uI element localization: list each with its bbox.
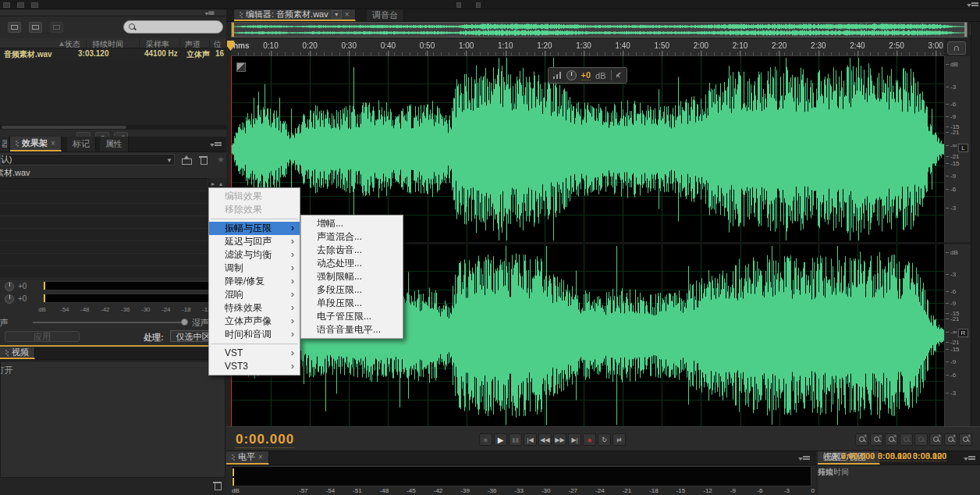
submenu-item[interactable]: 增幅...	[301, 217, 403, 230]
start-value[interactable]: 0:00.000	[841, 451, 875, 461]
preset-dropdown[interactable]: (默认) ▼	[0, 154, 175, 166]
submenu-item[interactable]: 声道混合...	[301, 230, 403, 244]
submenu-item[interactable]: 动态处理...	[301, 257, 403, 270]
mix-slider-track[interactable]	[33, 322, 186, 323]
reverb[interactable]: 混响 ›	[209, 288, 300, 301]
zoom-in-selection-button[interactable]: +	[885, 433, 898, 446]
fast-forward-button[interactable]: ▶▶	[553, 433, 566, 446]
file-row[interactable]: 音频素材.wav 3:03.120 44100 Hz 立体声 16	[0, 48, 226, 59]
vertical-scrollbar[interactable]	[971, 22, 980, 426]
submenu-item[interactable]: 多段压限...	[301, 283, 403, 297]
tab-effects-rack[interactable]: 效果架 ×	[10, 137, 62, 151]
tab-video[interactable]: 视频	[0, 347, 35, 359]
selection-view-panel: 选区/视图 × 开始结束持续时间 选区 0:00.000 0:00.000 0:…	[818, 451, 980, 495]
trash-icon[interactable]	[212, 481, 223, 490]
filter-eq[interactable]: 滤波与均衡 ›	[209, 248, 300, 262]
panel-menu-icon[interactable]	[967, 2, 978, 9]
tab-markers[interactable]: 标记	[67, 137, 96, 151]
delay-echo[interactable]: 延迟与回声 ›	[209, 235, 300, 248]
time-pitch[interactable]: 时间和音调 ›	[209, 328, 300, 341]
save-preset-icon[interactable]	[181, 155, 192, 165]
zoom-out-time-button[interactable]: −	[870, 433, 883, 446]
panel-menu-icon[interactable]	[798, 455, 810, 462]
zoom-selection-left-button[interactable]: +	[929, 433, 943, 446]
panel-divider-highlight[interactable]	[0, 345, 226, 347]
vst[interactable]: VST ›	[209, 347, 300, 360]
close-icon[interactable]: ×	[258, 454, 263, 461]
open-file-button[interactable]	[29, 22, 42, 33]
slot-arrow-up-icon[interactable]: ▴	[219, 180, 222, 187]
right-channel-badge[interactable]: R	[958, 329, 968, 337]
input-gain-knob[interactable]	[5, 282, 14, 291]
end-value[interactable]: 3:03.120	[878, 451, 911, 461]
zoom-in-amplitude-button[interactable]: +	[959, 433, 972, 446]
remove-effect[interactable]: 移除效果	[209, 203, 300, 216]
overview-strip[interactable]	[231, 22, 968, 37]
chevron-down-icon[interactable]: ▼	[332, 10, 342, 19]
zoom-reset-button[interactable]	[914, 433, 928, 446]
amplitude-compression[interactable]: 振幅与压限 ›	[209, 222, 300, 235]
apply-button[interactable]: 应用	[5, 331, 80, 342]
record-button[interactable]: ●	[583, 433, 596, 446]
close-file-button[interactable]	[50, 22, 63, 33]
column-header: 持续时间	[818, 467, 849, 478]
headphones-icon[interactable]: ∩	[947, 41, 966, 55]
zoom-in-time-button[interactable]: +	[855, 433, 868, 446]
effect-slots[interactable]	[0, 178, 208, 280]
delete-preset-icon[interactable]	[198, 155, 209, 165]
menu-item[interactable]	[211, 219, 298, 219]
gain-value[interactable]: +0	[581, 70, 591, 80]
left-channel-badge[interactable]: L	[958, 144, 968, 152]
timeline-ruler[interactable]: hms 0:100:200:300:400:501:001:101:201:30…	[231, 39, 944, 56]
edit-effect[interactable]: 编辑效果	[209, 190, 300, 203]
noise-reduction[interactable]: 降噪/修复 ›	[209, 275, 300, 288]
submenu-item[interactable]: 去除齿音...	[301, 244, 403, 257]
scale-label: -6	[757, 487, 762, 494]
overview-waveform[interactable]	[232, 23, 967, 37]
fade-in-handle[interactable]	[236, 62, 246, 72]
play-button[interactable]: ▶	[494, 433, 507, 446]
special-effects[interactable]: 特殊效果 ›	[209, 301, 300, 315]
tab-mixer[interactable]: 调音台	[367, 9, 404, 21]
output-gain-knob[interactable]	[5, 294, 14, 304]
tab-partial[interactable]: 器	[0, 137, 9, 151]
files-list-empty-area[interactable]	[0, 59, 226, 125]
close-icon[interactable]: ×	[51, 140, 55, 148]
gain-knob[interactable]	[566, 70, 576, 80]
loop-playback-button[interactable]: ↻	[598, 433, 611, 446]
mix-slider-handle[interactable]	[181, 319, 188, 326]
overview-left-handle[interactable]	[232, 23, 234, 37]
skip-end-button[interactable]: ▶|	[568, 433, 581, 446]
slot-arrow-right-icon[interactable]: ▸	[211, 180, 215, 187]
favorite-star-icon[interactable]: ★	[217, 155, 225, 165]
duration-value[interactable]: 3:03.120	[913, 451, 946, 461]
pause-button[interactable]: ▮▮	[509, 433, 522, 446]
submenu-item[interactable]: 强制限幅...	[301, 270, 403, 283]
tab-properties[interactable]: 属性	[100, 137, 129, 151]
search-input[interactable]	[140, 23, 214, 32]
files-column-headers[interactable]: ▲ 状态持续时间采样率声道位	[0, 38, 226, 48]
panel-menu-icon[interactable]	[210, 141, 222, 148]
rewind-button[interactable]: ◀◀	[538, 433, 552, 446]
import-file-button[interactable]	[8, 22, 21, 33]
close-icon[interactable]: ×	[345, 11, 350, 19]
tab-levels[interactable]: 电平 ×	[226, 451, 269, 465]
tab-editor[interactable]: 编辑器: 音频素材.wav ▼ ×	[234, 9, 356, 21]
overview-right-handle[interactable]	[964, 23, 967, 37]
pin-hud-icon[interactable]	[616, 73, 623, 79]
skip-start-button[interactable]: |◀	[524, 433, 537, 446]
stereo-imagery[interactable]: 立体声声像 ›	[209, 315, 300, 328]
vst3[interactable]: VST3 ›	[209, 360, 300, 373]
zoom-selection-right-button[interactable]: +	[944, 433, 957, 446]
skip-selection-button[interactable]: ⇄	[612, 433, 626, 446]
submenu-item[interactable]: 单段压限...	[301, 297, 403, 310]
modulation[interactable]: 调制 ›	[209, 262, 300, 275]
submenu-item[interactable]: 语音音量电平...	[301, 323, 403, 337]
time-display[interactable]: 0:00.000	[236, 432, 294, 448]
zoom-out-selection-button[interactable]: −	[900, 433, 913, 446]
file-channels: 立体声	[186, 49, 210, 60]
search-box[interactable]	[123, 20, 223, 34]
menu-item[interactable]	[211, 344, 298, 344]
stop-button[interactable]: ■	[479, 433, 492, 446]
submenu-item[interactable]: 电子管压限...	[301, 310, 403, 323]
